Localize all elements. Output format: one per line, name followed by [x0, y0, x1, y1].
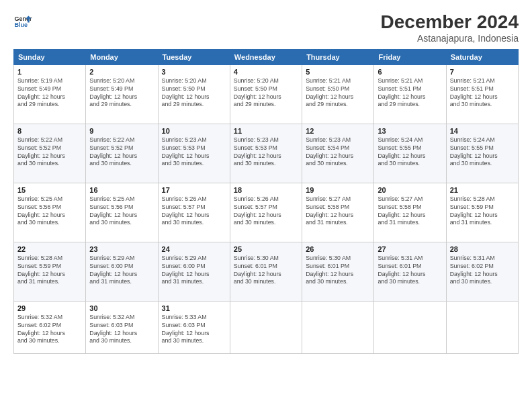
day-info: Sunrise: 5:24 AM Sunset: 5:55 PM Dayligh… — [378, 136, 442, 169]
col-header-saturday: Saturday — [446, 49, 518, 64]
calendar-header-row: SundayMondayTuesdayWednesdayThursdayFrid… — [14, 49, 519, 64]
day-number: 5 — [306, 68, 370, 76]
day-number: 2 — [89, 68, 154, 76]
day-info: Sunrise: 5:26 AM Sunset: 5:57 PM Dayligh… — [234, 195, 298, 228]
calendar-table: SundayMondayTuesdayWednesdayThursdayFrid… — [13, 49, 519, 354]
logo: General Blue — [13, 12, 32, 31]
day-info: Sunrise: 5:21 AM Sunset: 5:51 PM Dayligh… — [450, 77, 515, 109]
day-number: 27 — [378, 245, 442, 253]
calendar-cell — [374, 301, 446, 353]
week-row-1: 1Sunrise: 5:19 AM Sunset: 5:49 PM Daylig… — [14, 64, 519, 124]
col-header-wednesday: Wednesday — [230, 49, 302, 64]
calendar-cell: 21Sunrise: 5:28 AM Sunset: 5:59 PM Dayli… — [446, 183, 518, 242]
subtitle: Astanajapura, Indonesia — [381, 33, 519, 44]
day-number: 20 — [378, 186, 442, 194]
day-number: 19 — [306, 186, 370, 194]
day-info: Sunrise: 5:25 AM Sunset: 5:56 PM Dayligh… — [89, 195, 154, 228]
header: General Blue December 2024 Astanajapura,… — [13, 12, 519, 44]
day-number: 10 — [162, 127, 226, 135]
day-info: Sunrise: 5:26 AM Sunset: 5:57 PM Dayligh… — [162, 195, 226, 228]
day-info: Sunrise: 5:30 AM Sunset: 6:01 PM Dayligh… — [306, 255, 370, 287]
day-info: Sunrise: 5:30 AM Sunset: 6:01 PM Dayligh… — [234, 255, 298, 287]
calendar-cell: 31Sunrise: 5:33 AM Sunset: 6:03 PM Dayli… — [158, 301, 230, 353]
day-number: 3 — [162, 68, 226, 76]
day-info: Sunrise: 5:23 AM Sunset: 5:53 PM Dayligh… — [162, 136, 226, 169]
page: General Blue December 2024 Astanajapura,… — [0, 0, 532, 411]
day-number: 22 — [17, 245, 82, 253]
calendar-cell: 29Sunrise: 5:32 AM Sunset: 6:02 PM Dayli… — [14, 301, 86, 353]
day-info: Sunrise: 5:20 AM Sunset: 5:49 PM Dayligh… — [89, 77, 154, 109]
day-info: Sunrise: 5:32 AM Sunset: 6:02 PM Dayligh… — [17, 314, 82, 346]
calendar-cell: 9Sunrise: 5:22 AM Sunset: 5:52 PM Daylig… — [86, 124, 158, 183]
day-info: Sunrise: 5:24 AM Sunset: 5:55 PM Dayligh… — [450, 136, 515, 169]
day-number: 6 — [378, 68, 442, 76]
calendar-cell: 8Sunrise: 5:22 AM Sunset: 5:52 PM Daylig… — [14, 124, 86, 183]
day-info: Sunrise: 5:31 AM Sunset: 6:01 PM Dayligh… — [378, 255, 442, 287]
day-number: 13 — [378, 127, 442, 135]
col-header-monday: Monday — [86, 49, 158, 64]
calendar-cell: 3Sunrise: 5:20 AM Sunset: 5:50 PM Daylig… — [158, 64, 230, 124]
day-number: 29 — [17, 304, 82, 312]
week-row-2: 8Sunrise: 5:22 AM Sunset: 5:52 PM Daylig… — [14, 124, 519, 183]
calendar-cell: 6Sunrise: 5:21 AM Sunset: 5:51 PM Daylig… — [374, 64, 446, 124]
day-number: 7 — [450, 68, 515, 76]
day-info: Sunrise: 5:19 AM Sunset: 5:49 PM Dayligh… — [17, 77, 82, 109]
day-info: Sunrise: 5:22 AM Sunset: 5:52 PM Dayligh… — [89, 136, 154, 169]
day-info: Sunrise: 5:23 AM Sunset: 5:53 PM Dayligh… — [234, 136, 298, 169]
col-header-sunday: Sunday — [14, 49, 86, 64]
calendar-cell: 19Sunrise: 5:27 AM Sunset: 5:58 PM Dayli… — [302, 183, 374, 242]
calendar-cell: 22Sunrise: 5:28 AM Sunset: 5:59 PM Dayli… — [14, 242, 86, 301]
calendar-cell: 28Sunrise: 5:31 AM Sunset: 6:02 PM Dayli… — [446, 242, 518, 301]
calendar-cell: 5Sunrise: 5:21 AM Sunset: 5:50 PM Daylig… — [302, 64, 374, 124]
calendar-cell — [446, 301, 518, 353]
calendar-cell: 26Sunrise: 5:30 AM Sunset: 6:01 PM Dayli… — [302, 242, 374, 301]
day-info: Sunrise: 5:32 AM Sunset: 6:03 PM Dayligh… — [89, 314, 154, 346]
day-number: 4 — [234, 68, 298, 76]
calendar-cell: 12Sunrise: 5:23 AM Sunset: 5:54 PM Dayli… — [302, 124, 374, 183]
day-info: Sunrise: 5:27 AM Sunset: 5:58 PM Dayligh… — [306, 195, 370, 228]
day-number: 15 — [17, 186, 82, 194]
calendar-cell: 23Sunrise: 5:29 AM Sunset: 6:00 PM Dayli… — [86, 242, 158, 301]
day-number: 12 — [306, 127, 370, 135]
calendar-cell: 20Sunrise: 5:27 AM Sunset: 5:58 PM Dayli… — [374, 183, 446, 242]
week-row-3: 15Sunrise: 5:25 AM Sunset: 5:56 PM Dayli… — [14, 183, 519, 242]
col-header-thursday: Thursday — [302, 49, 374, 64]
week-row-4: 22Sunrise: 5:28 AM Sunset: 5:59 PM Dayli… — [14, 242, 519, 301]
title-block: December 2024 Astanajapura, Indonesia — [381, 12, 519, 44]
day-info: Sunrise: 5:33 AM Sunset: 6:03 PM Dayligh… — [162, 314, 226, 346]
day-info: Sunrise: 5:20 AM Sunset: 5:50 PM Dayligh… — [234, 77, 298, 109]
day-info: Sunrise: 5:21 AM Sunset: 5:50 PM Dayligh… — [306, 77, 370, 109]
calendar-cell — [302, 301, 374, 353]
calendar-cell: 11Sunrise: 5:23 AM Sunset: 5:53 PM Dayli… — [230, 124, 302, 183]
day-number: 31 — [162, 304, 226, 312]
day-info: Sunrise: 5:28 AM Sunset: 5:59 PM Dayligh… — [450, 195, 515, 228]
week-row-5: 29Sunrise: 5:32 AM Sunset: 6:02 PM Dayli… — [14, 301, 519, 353]
day-info: Sunrise: 5:31 AM Sunset: 6:02 PM Dayligh… — [450, 255, 515, 287]
day-number: 25 — [234, 245, 298, 253]
logo-icon: General Blue — [13, 12, 32, 31]
day-number: 28 — [450, 245, 515, 253]
col-header-tuesday: Tuesday — [158, 49, 230, 64]
calendar-cell: 2Sunrise: 5:20 AM Sunset: 5:49 PM Daylig… — [86, 64, 158, 124]
main-title: December 2024 — [381, 12, 519, 33]
calendar-cell: 17Sunrise: 5:26 AM Sunset: 5:57 PM Dayli… — [158, 183, 230, 242]
svg-text:Blue: Blue — [14, 21, 28, 28]
calendar-cell: 16Sunrise: 5:25 AM Sunset: 5:56 PM Dayli… — [86, 183, 158, 242]
calendar-cell: 14Sunrise: 5:24 AM Sunset: 5:55 PM Dayli… — [446, 124, 518, 183]
day-number: 11 — [234, 127, 298, 135]
day-info: Sunrise: 5:20 AM Sunset: 5:50 PM Dayligh… — [162, 77, 226, 109]
day-number: 16 — [89, 186, 154, 194]
calendar-cell: 25Sunrise: 5:30 AM Sunset: 6:01 PM Dayli… — [230, 242, 302, 301]
day-number: 30 — [89, 304, 154, 312]
calendar-cell: 7Sunrise: 5:21 AM Sunset: 5:51 PM Daylig… — [446, 64, 518, 124]
day-info: Sunrise: 5:29 AM Sunset: 6:00 PM Dayligh… — [89, 255, 154, 287]
calendar-cell — [230, 301, 302, 353]
calendar-cell: 18Sunrise: 5:26 AM Sunset: 5:57 PM Dayli… — [230, 183, 302, 242]
day-number: 18 — [234, 186, 298, 194]
day-info: Sunrise: 5:22 AM Sunset: 5:52 PM Dayligh… — [17, 136, 82, 169]
calendar-cell: 15Sunrise: 5:25 AM Sunset: 5:56 PM Dayli… — [14, 183, 86, 242]
calendar-cell: 24Sunrise: 5:29 AM Sunset: 6:00 PM Dayli… — [158, 242, 230, 301]
day-info: Sunrise: 5:28 AM Sunset: 5:59 PM Dayligh… — [17, 255, 82, 287]
day-info: Sunrise: 5:29 AM Sunset: 6:00 PM Dayligh… — [162, 255, 226, 287]
day-info: Sunrise: 5:21 AM Sunset: 5:51 PM Dayligh… — [378, 77, 442, 109]
